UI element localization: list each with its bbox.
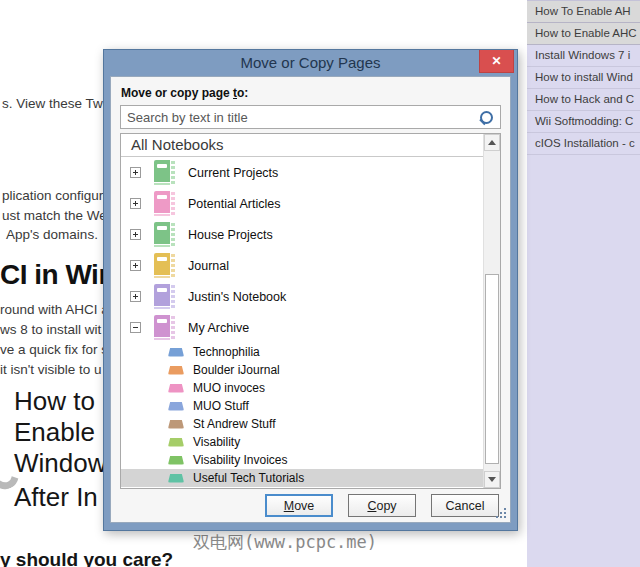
section-icon bbox=[168, 366, 184, 375]
section-label: MUO Stuff bbox=[193, 399, 249, 413]
section-row[interactable]: Technophilia bbox=[121, 343, 483, 361]
expand-toggle[interactable] bbox=[130, 198, 141, 209]
dialog-buttons: MoveCopyCancel bbox=[120, 494, 501, 517]
resize-grip[interactable] bbox=[496, 508, 506, 518]
notebook-spine bbox=[171, 192, 175, 215]
notebook-title-bar bbox=[157, 257, 167, 261]
search-icon[interactable] bbox=[479, 111, 493, 125]
notebook-label: Journal bbox=[188, 259, 229, 273]
label-text: Move or copy page bbox=[121, 86, 233, 100]
copy-button[interactable]: Copy bbox=[348, 494, 416, 517]
section-row[interactable]: Visability Invoices bbox=[121, 451, 483, 469]
notebook-row[interactable]: Justin's Notebook bbox=[121, 281, 483, 312]
sidebar-page-item[interactable]: How To Enable AH bbox=[527, 1, 640, 23]
notebook-row[interactable]: Journal bbox=[121, 250, 483, 281]
watermark: 双电网(www.pcpc.me) bbox=[193, 531, 377, 554]
expand-toggle[interactable] bbox=[130, 322, 141, 333]
section-row[interactable]: St Andrew Stuff bbox=[121, 415, 483, 433]
page-text-fragment: s. View these Twe bbox=[2, 96, 110, 111]
tree-rows: Current ProjectsPotential ArticlesHouse … bbox=[121, 157, 483, 487]
expand-toggle[interactable] bbox=[130, 229, 141, 240]
tree-scroll-area: All Notebooks Current ProjectsPotential … bbox=[121, 134, 483, 488]
scroll-down-button[interactable] bbox=[484, 471, 500, 488]
button-text: opy bbox=[376, 499, 396, 513]
section-label: Technophilia bbox=[193, 345, 260, 359]
section-row[interactable]: Boulder iJournal bbox=[121, 361, 483, 379]
notebook-tree: All Notebooks Current ProjectsPotential … bbox=[120, 133, 501, 489]
sidebar-page-item[interactable]: How to Enable AHC bbox=[527, 23, 640, 45]
sidebar-page-item[interactable]: Install Windows 7 i bbox=[527, 45, 640, 67]
notebook-row[interactable]: House Projects bbox=[121, 219, 483, 250]
notebook-title-bar bbox=[157, 195, 167, 199]
expand-toggle[interactable] bbox=[130, 291, 141, 302]
scroll-up-button[interactable] bbox=[484, 134, 500, 151]
page-text-fragment: How to bbox=[14, 386, 95, 417]
scroll-thumb[interactable] bbox=[485, 274, 499, 464]
notebook-pages bbox=[154, 275, 170, 278]
move-copy-label: Move or copy page to: bbox=[121, 86, 501, 100]
button-text: ove bbox=[294, 499, 314, 513]
sidebar-page-item[interactable]: How to install Wind bbox=[527, 67, 640, 89]
section-label: Visability bbox=[193, 435, 240, 449]
notebook-spine bbox=[171, 316, 175, 339]
section-label: Useful Tech Tutorials bbox=[193, 471, 304, 485]
sidebar-page-item[interactable]: How to Hack and C bbox=[527, 89, 640, 111]
notebook-title-bar bbox=[157, 164, 167, 168]
triangle-up-icon bbox=[488, 140, 496, 145]
cancel-button[interactable]: Cancel bbox=[431, 494, 499, 517]
notebook-row[interactable]: My Archive bbox=[121, 312, 483, 343]
notebook-label: My Archive bbox=[188, 321, 249, 335]
notebook-label: Justin's Notebook bbox=[188, 290, 286, 304]
move-copy-dialog: Move or Copy Pages ✕ Move or copy page t… bbox=[103, 49, 518, 531]
close-button[interactable]: ✕ bbox=[479, 50, 514, 73]
section-label: Visability Invoices bbox=[193, 453, 288, 467]
notebook-spine bbox=[171, 161, 175, 184]
section-row[interactable]: Useful Tech Tutorials bbox=[121, 469, 483, 487]
page-text-fragment: Enable bbox=[14, 417, 95, 448]
page-text-fragment: it isn't visible to u bbox=[0, 362, 102, 377]
section-label: MUO invoces bbox=[193, 381, 265, 395]
section-icon bbox=[168, 420, 184, 429]
page-text-fragment: ve a quick fix for s bbox=[0, 342, 108, 357]
notebook-spine bbox=[171, 285, 175, 308]
notebook-icon bbox=[154, 284, 175, 309]
dialog-titlebar[interactable]: Move or Copy Pages ✕ bbox=[104, 50, 517, 76]
page-text-fragment: ws 8 to install wit bbox=[0, 322, 101, 337]
tree-header-all-notebooks: All Notebooks bbox=[121, 134, 483, 157]
notebook-icon bbox=[154, 191, 175, 216]
sidebar-page-item[interactable]: cIOS Installation - c bbox=[527, 133, 640, 155]
section-row[interactable]: Visability bbox=[121, 433, 483, 451]
notebook-spine bbox=[171, 254, 175, 277]
notebook-title-bar bbox=[157, 319, 167, 323]
search-input[interactable] bbox=[121, 106, 474, 128]
dialog-content: Move or copy page to: All Notebooks Curr… bbox=[110, 76, 511, 523]
notebook-label: Current Projects bbox=[188, 166, 278, 180]
scrollbar[interactable] bbox=[483, 134, 500, 488]
expand-toggle[interactable] bbox=[130, 260, 141, 271]
move-button[interactable]: Move bbox=[265, 494, 333, 517]
section-label: Boulder iJournal bbox=[193, 363, 280, 377]
expand-toggle[interactable] bbox=[130, 167, 141, 178]
notebook-pages bbox=[154, 337, 170, 340]
notebook-icon bbox=[154, 160, 175, 185]
section-icon bbox=[168, 456, 184, 465]
sidebar-page-item[interactable]: Wii Softmodding: C bbox=[527, 111, 640, 133]
section-row[interactable]: MUO invoces bbox=[121, 379, 483, 397]
notebook-title-bar bbox=[157, 288, 167, 292]
page-list-sidebar: How To Enable AHHow to Enable AHCInstall… bbox=[527, 0, 640, 567]
notebook-icon bbox=[154, 253, 175, 278]
page-text-fragment: plication configur bbox=[2, 188, 103, 203]
notebook-label: House Projects bbox=[188, 228, 273, 242]
notebook-row[interactable]: Potential Articles bbox=[121, 188, 483, 219]
notebook-title-bar bbox=[157, 226, 167, 230]
section-icon bbox=[168, 348, 184, 357]
page-text-fragment: Window bbox=[14, 448, 106, 479]
dialog-title: Move or Copy Pages bbox=[104, 54, 517, 71]
notebook-row[interactable]: Current Projects bbox=[121, 157, 483, 188]
section-row[interactable]: MUO Stuff bbox=[121, 397, 483, 415]
notebook-label: Potential Articles bbox=[188, 197, 280, 211]
button-mnemonic: M bbox=[284, 499, 294, 513]
section-icon bbox=[168, 384, 184, 393]
search-box bbox=[120, 105, 501, 129]
label-text: o: bbox=[237, 86, 248, 100]
